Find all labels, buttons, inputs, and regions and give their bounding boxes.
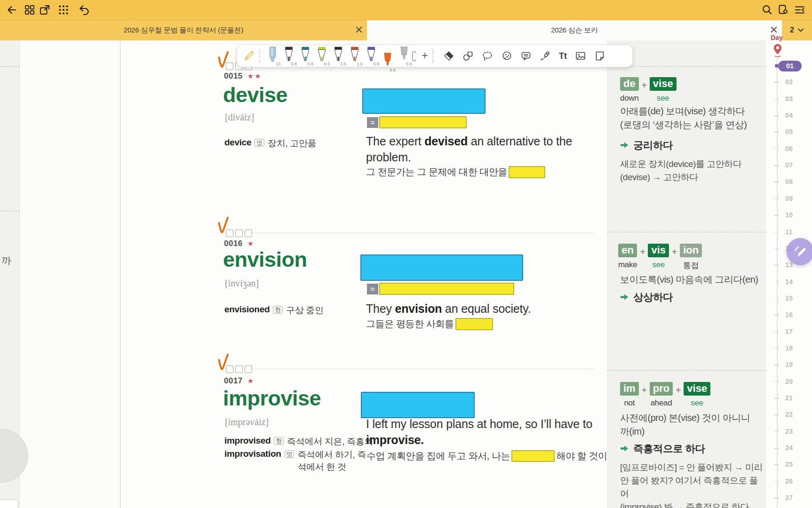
tab-grammar-book[interactable]: 2026 심우철 문법 풀이 전략서 (문풀전) xyxy=(0,20,367,40)
day-item-10[interactable]: 10 xyxy=(781,211,797,219)
day-tick xyxy=(774,332,779,333)
comment-icon[interactable] xyxy=(520,50,532,62)
day-item-22[interactable]: 22 xyxy=(781,411,797,418)
pen-tool-6[interactable]: 1.5 xyxy=(348,46,362,68)
handwritten-checkmark[interactable] xyxy=(215,216,232,238)
eraser-icon[interactable] xyxy=(443,50,454,62)
derived-word: improvisation xyxy=(224,449,281,459)
page-margin xyxy=(20,40,120,508)
answer-cover-highlight[interactable] xyxy=(362,88,486,114)
search-icon[interactable] xyxy=(761,4,773,16)
answer-checkbox xyxy=(245,230,252,237)
day-tick xyxy=(774,149,779,150)
synonym-highlight-row[interactable]: = xyxy=(367,116,467,128)
sentence-keyword: improvise. xyxy=(366,433,424,446)
entry-header: 0016 ★ xyxy=(224,239,255,248)
tab-close-icon[interactable] xyxy=(356,26,363,34)
note-line: (devise) → 고안하다 xyxy=(620,171,766,184)
pen-tool-1[interactable]: 13 xyxy=(265,46,279,68)
day-item-15[interactable]: 15 xyxy=(781,294,797,302)
part-gloss: make xyxy=(618,260,637,270)
day-item-19[interactable]: 19 xyxy=(781,361,797,368)
text-icon[interactable]: Tt xyxy=(559,50,567,62)
hidden-answer-highlight[interactable] xyxy=(509,166,545,178)
handwritten-checkmark[interactable] xyxy=(215,353,232,375)
back-icon[interactable] xyxy=(6,4,18,16)
day-tick xyxy=(774,282,779,283)
day-item-23[interactable]: 23 xyxy=(781,428,797,435)
day-list: 0102030405060708091011121314151617181920… xyxy=(772,40,812,508)
day-item-03[interactable]: 03 xyxy=(781,95,797,103)
day-item-20[interactable]: 20 xyxy=(781,378,797,385)
importance-stars: ★ xyxy=(247,377,255,385)
synonym-highlight-row[interactable]: = xyxy=(367,283,514,295)
answer-checkbox xyxy=(235,230,243,237)
day-item-06[interactable]: 06 xyxy=(781,145,797,152)
page-corner-icon[interactable] xyxy=(594,50,605,62)
day-item-02[interactable]: 02 xyxy=(781,78,797,86)
tab-title: 2026 심슨 보카 xyxy=(551,26,598,35)
pen-tool-7[interactable]: 0.8 xyxy=(364,46,378,68)
hidden-answer-highlight[interactable] xyxy=(511,450,555,462)
tab-vocab-book-active[interactable]: 2026 심슨 보카 xyxy=(367,20,782,40)
day-tick xyxy=(774,182,779,183)
day-item-11[interactable]: 11 xyxy=(781,228,797,236)
undo-icon[interactable] xyxy=(78,4,90,16)
pen-tool-4[interactable]: 0.5 xyxy=(315,46,329,68)
note-line: (improvise) 봐 → 즉흥적으로 하다 xyxy=(620,500,766,508)
answer-checkbox xyxy=(235,365,243,373)
answer-cover-highlight[interactable] xyxy=(361,392,475,418)
day-item-17[interactable]: 17 xyxy=(781,328,797,335)
add-pen-button[interactable]: + xyxy=(422,50,428,61)
pen-tool-8-selected[interactable]: 0.8 xyxy=(381,52,395,74)
example-sentence: They envision an equal society. xyxy=(366,301,531,317)
day-item-14[interactable]: 14 xyxy=(781,278,797,286)
day-item-24[interactable]: 24 xyxy=(781,444,797,452)
hidden-answer-highlight[interactable] xyxy=(455,318,493,330)
day-item-25[interactable]: 25 xyxy=(781,460,797,468)
export-icon[interactable] xyxy=(39,4,51,16)
app-window: 2026 심우철 문법 풀이 전략서 (문풀전) 2026 심슨 보카 2 까 xyxy=(0,0,812,508)
scribble-fab-button[interactable] xyxy=(787,238,812,265)
day-item-08[interactable]: 08 xyxy=(781,178,797,185)
pen-tool-9[interactable]: 5.5 xyxy=(397,46,411,68)
arrow-right-icon xyxy=(620,142,629,149)
tab-count-dropdown[interactable]: 2 xyxy=(782,20,812,40)
day-item-01-active[interactable]: 01 xyxy=(778,61,802,71)
day-item-05[interactable]: 05 xyxy=(781,128,797,135)
translation-row: 그들은 평등한 사회를 xyxy=(366,318,494,330)
sidebar-toggle-icon[interactable] xyxy=(794,4,806,16)
pen-tool-5[interactable]: 2.5 xyxy=(331,46,345,68)
laser-pen-icon[interactable] xyxy=(540,50,551,62)
lasso-icon[interactable] xyxy=(482,50,493,62)
pencil-icon[interactable] xyxy=(243,50,255,62)
pronunciation: [diváiz] xyxy=(225,112,254,123)
day-item-16[interactable]: 16 xyxy=(781,311,797,318)
answer-cover-highlight[interactable] xyxy=(360,254,523,281)
handwritten-checkmark[interactable] xyxy=(215,51,232,72)
day-item-07[interactable]: 07 xyxy=(781,161,797,169)
explanation-line: 사전에(pro) 본(vise) 것이 아니니 xyxy=(620,411,764,425)
apps-grid-icon[interactable] xyxy=(57,4,70,16)
etymology-explanation: 아래를(de) 보며(vise) 생각하다 (로댕의 ‘생각하는 사람’을 연상… xyxy=(620,104,764,132)
day-tick xyxy=(774,381,779,382)
day-item-27[interactable]: 27 xyxy=(781,494,797,501)
day-item-09[interactable]: 09 xyxy=(781,195,797,202)
top-toolbar xyxy=(0,0,812,20)
tab-close-icon[interactable] xyxy=(771,26,778,34)
image-icon[interactable] xyxy=(575,50,586,62)
pen-tool-3[interactable]: 0.8 xyxy=(298,46,312,68)
day-item-18[interactable]: 18 xyxy=(781,344,797,352)
tab-count: 2 xyxy=(790,26,794,34)
shapes-icon[interactable] xyxy=(462,50,474,62)
entry-number: 0015 xyxy=(224,71,243,81)
grid-icon[interactable] xyxy=(24,4,36,16)
word-part-col: vis see xyxy=(648,244,669,270)
day-item-26[interactable]: 26 xyxy=(781,477,797,485)
document-settings-icon[interactable] xyxy=(777,4,789,16)
day-item-04[interactable]: 04 xyxy=(781,111,797,119)
pen-tool-2[interactable]: 0.8 xyxy=(282,46,296,68)
derived-meaning: 즉석에서 하기, 즉석에서 한 것 xyxy=(297,449,372,473)
sticker-icon[interactable] xyxy=(501,50,512,62)
day-item-21[interactable]: 21 xyxy=(781,394,797,402)
